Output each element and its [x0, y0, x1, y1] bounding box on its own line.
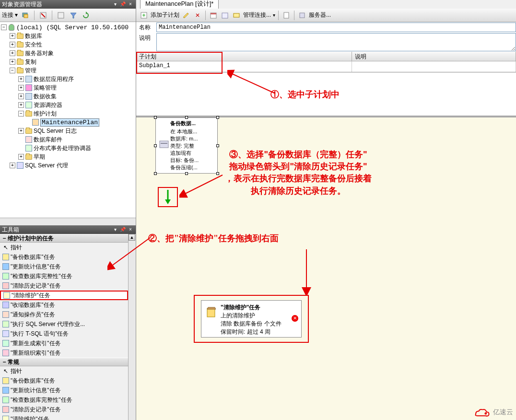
manage-connections-button[interactable]: 管理连接...	[243, 11, 271, 19]
error-icon[interactable]: ✕	[292, 315, 298, 322]
tree-toggle[interactable]: +	[18, 93, 24, 99]
toolbox-general-pointer[interactable]: ↖指针	[0, 366, 128, 376]
tree-replication[interactable]: 复制	[25, 58, 36, 66]
scroll-up-icon[interactable]: ▲	[129, 234, 135, 241]
toolbox-general-updatestats[interactable]: "更新统计信息"任务	[0, 385, 128, 395]
toolbox-general-clearmaint[interactable]: "清除维护"任务	[0, 414, 128, 420]
tree-dbmail[interactable]: 数据库邮件	[34, 136, 62, 144]
tree-toggle[interactable]: +	[18, 85, 24, 91]
toolbox-clearhistory-task[interactable]: "清除历史记录"任务	[0, 281, 128, 291]
tree-databases[interactable]: 数据库	[25, 32, 42, 40]
tree-toggle[interactable]: +	[10, 59, 15, 65]
tree-datacoll[interactable]: 数据收集	[34, 93, 57, 101]
toolbox-pointer[interactable]: ↖指针	[0, 243, 128, 252]
tree-legacy[interactable]: 早期	[34, 153, 45, 161]
tree-serverobjects[interactable]: 服务器对象	[25, 49, 54, 58]
panel-dropdown-icon[interactable]: ▾	[112, 1, 118, 8]
filter-icon[interactable]	[69, 11, 78, 20]
toolbox-notify-task[interactable]: "通知操作员"任务	[0, 310, 128, 319]
panel-pin-icon[interactable]: 📌	[119, 1, 126, 8]
toolbox-general-clearhist[interactable]: "清除历史记录"任务	[0, 405, 128, 414]
tree-toggle[interactable]: −	[18, 111, 24, 117]
th-blank1	[223, 52, 352, 61]
delete-icon[interactable]: ✕	[193, 11, 202, 20]
tree-dac[interactable]: 数据层应用程序	[34, 75, 74, 83]
desc-input[interactable]	[156, 33, 516, 51]
cleanup-task-box[interactable]: "清除维护"任务 上的清除维护 清除 数据库备份 个文件 保留时间: 超过 4 …	[201, 300, 302, 338]
design-canvas[interactable]: 备份数据... 在 本地服... 数据库: m... 类型: 完整 追加现有 目…	[136, 116, 516, 420]
tree-sqllogs[interactable]: SQL Server 日志	[34, 127, 77, 135]
tree-management[interactable]: 管理	[25, 67, 36, 75]
th-subplan[interactable]: 子计划	[136, 52, 223, 61]
edit-icon[interactable]	[181, 11, 191, 20]
calendar-icon[interactable]	[209, 11, 218, 20]
tree-toggle[interactable]: +	[18, 154, 24, 160]
folder-icon	[25, 153, 33, 161]
tree-toggle[interactable]: +	[10, 163, 15, 168]
toolbox-scrollbar[interactable]: ▲	[128, 234, 136, 420]
disconnect-icon[interactable]	[38, 11, 48, 20]
tree-toggle[interactable]: +	[10, 42, 15, 47]
toolbox-exectsql-task[interactable]: "执行 T-SQL 语句"任务	[0, 329, 128, 338]
server-icon[interactable]	[297, 11, 307, 20]
connect-button[interactable]: 连接 ▾	[2, 11, 18, 19]
svg-rect-11	[222, 13, 228, 18]
toolbox-shrink-task[interactable]: "收缩数据库"任务	[0, 300, 128, 310]
add-subplan-button[interactable]: 添加子计划	[151, 11, 179, 19]
tree-maintenance-plan-item[interactable]: MaintenancePlan	[40, 118, 99, 127]
tree-toggle[interactable]: +	[10, 33, 15, 39]
toolbox-checkintegrity-task[interactable]: "检查数据库完整性"任务	[0, 271, 128, 281]
tree-agent[interactable]: SQL Server 代理	[25, 162, 68, 170]
reorg-task-icon	[2, 349, 10, 357]
add-subplan-icon[interactable]: +	[139, 11, 149, 20]
toolbox-close-icon[interactable]: ×	[127, 226, 134, 233]
tree-toggle[interactable]: −	[10, 68, 15, 73]
tree-root[interactable]: (local) (SQL Server 10.50.1600	[16, 24, 129, 31]
name-input[interactable]	[156, 23, 516, 32]
toolbox-dropdown-icon[interactable]: ▾	[112, 226, 118, 233]
td-subplan[interactable]: Subplan_1	[136, 61, 223, 72]
tree-toggle[interactable]: +	[10, 50, 15, 56]
tree-dtc[interactable]: 分布式事务处理协调器	[34, 144, 91, 152]
tree-toggle[interactable]: +	[18, 128, 24, 134]
tree-security[interactable]: 安全性	[25, 41, 42, 49]
toolbox-group-maint[interactable]: −维护计划中的任务	[0, 234, 128, 243]
tree-toggle[interactable]: +	[18, 102, 24, 108]
toolbox-header: 工具箱 ▾ 📌 ×	[0, 225, 136, 234]
tree-toggle[interactable]: −	[1, 24, 7, 30]
green-arrow-icon[interactable]	[163, 189, 173, 205]
object-explorer-tree[interactable]: − (local) (SQL Server 10.50.1600 +数据库 +安…	[0, 22, 136, 218]
connection-icon[interactable]	[232, 11, 241, 20]
horizontal-scrollbar[interactable]	[0, 218, 136, 225]
backup-task-box[interactable]: 备份数据... 在 本地服... 数据库: m... 类型: 完整 追加现有 目…	[155, 117, 218, 174]
toolbox-pin-icon[interactable]: 📌	[119, 226, 126, 233]
toolbox-reorg-task[interactable]: "重新组织索引"任务	[0, 348, 128, 358]
toolbox-general-checkint[interactable]: "检查数据库完整性"任务	[0, 395, 128, 405]
svg-point-28	[484, 412, 487, 415]
tab-maintenance-plan[interactable]: MaintenancePlan [设计]*	[140, 0, 219, 9]
stop-icon[interactable]	[56, 11, 66, 20]
toolbox-rebuild-task[interactable]: "重新生成索引"任务	[0, 338, 128, 348]
td-desc[interactable]	[352, 61, 516, 72]
panel-close-icon[interactable]: ×	[127, 1, 134, 8]
th-desc[interactable]: 说明	[352, 52, 516, 61]
tree-resgov[interactable]: 资源调控器	[34, 101, 62, 109]
watermark-logo-icon	[472, 407, 491, 418]
toolbox-clearmaint-task[interactable]: "清除维护"任务	[0, 291, 128, 300]
annotation-3: ③、选择"备份数据库（完整）任务" 拖动绿色箭头到"清除历史记录任务" ，表示在…	[225, 149, 372, 197]
servers-button[interactable]: 服务器...	[309, 11, 331, 19]
refresh-icon[interactable]	[81, 11, 91, 20]
report-icon[interactable]	[281, 11, 291, 20]
toolbox-group-general[interactable]: −常规	[0, 358, 128, 366]
schedule-icon[interactable]	[220, 11, 230, 20]
toolbox-general-backup[interactable]: "备份数据库"任务	[0, 376, 128, 385]
tree-toggle[interactable]: +	[18, 76, 24, 82]
datacoll-icon	[25, 93, 33, 100]
tree-maintplans[interactable]: 维护计划	[34, 110, 57, 118]
connect-icon[interactable]	[21, 11, 30, 20]
toolbox-execagent-task[interactable]: "执行 SQL Server 代理作业...	[0, 319, 128, 329]
toolbox-updatestats-task[interactable]: "更新统计信息"任务	[0, 262, 128, 271]
dac-icon	[25, 75, 33, 83]
tree-policy[interactable]: 策略管理	[34, 84, 57, 92]
toolbox-backup-task[interactable]: "备份数据库"任务	[0, 252, 128, 262]
